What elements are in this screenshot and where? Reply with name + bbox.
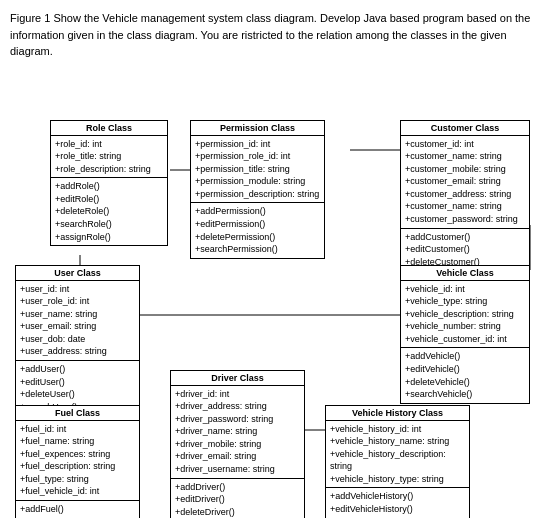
fuel-class-title: Fuel Class [16,406,139,421]
customer-class-box: Customer Class +customer_id: int +custom… [400,120,530,285]
driver-class-attrs: +driver_id: int +driver_address: string … [171,386,304,479]
role-class-attrs: +role_id: int +role_title: string +role_… [51,136,167,179]
customer-class-attrs: +customer_id: int +customer_name: string… [401,136,529,229]
role-class-methods: +addRole() +editRole() +deleteRole() +se… [51,178,167,245]
vehicle-history-class-box: Vehicle History Class +vehicle_history_i… [325,405,470,519]
permission-class-title: Permission Class [191,121,324,136]
permission-class-methods: +addPermission() +editPermission() +dele… [191,203,324,257]
permission-class-box: Permission Class +permission_id: int +pe… [190,120,325,259]
intro-text: Figure 1 Show the Vehicle management sys… [10,10,541,60]
permission-class-attrs: +permission_id: int +permission_role_id:… [191,136,324,204]
vehicle-class-title: Vehicle Class [401,266,529,281]
customer-class-title: Customer Class [401,121,529,136]
role-class-title: Role Class [51,121,167,136]
fuel-class-attrs: +fuel_id: int +fuel_name: string +fuel_e… [16,421,139,502]
vehicle-history-class-attrs: +vehicle_history_id: int +vehicle_histor… [326,421,469,489]
role-class-box: Role Class +role_id: int +role_title: st… [50,120,168,247]
vehicle-history-class-title: Vehicle History Class [326,406,469,421]
fuel-class-box: Fuel Class +fuel_id: int +fuel_name: str… [15,405,140,519]
user-class-box: User Class +user_id: int +user_role_id: … [15,265,140,417]
driver-class-box: Driver Class +driver_id: int +driver_add… [170,370,305,519]
user-class-title: User Class [16,266,139,281]
fuel-class-methods: +addFuel() +editFuel() +deleteFuel() +se… [16,501,139,518]
vehicle-history-class-methods: +addVehicleHistory() +editVehicleHistory… [326,488,469,518]
driver-class-title: Driver Class [171,371,304,386]
driver-class-methods: +addDriver() +editDriver() +deleteDriver… [171,479,304,518]
vehicle-class-box: Vehicle Class +vehicle_id: int +vehicle_… [400,265,530,404]
vehicle-class-attrs: +vehicle_id: int +vehicle_type: string +… [401,281,529,349]
vehicle-class-methods: +addVehicle() +editVehicle() +deleteVehi… [401,348,529,402]
diagram-area: Role Class +role_id: int +role_title: st… [10,70,540,500]
user-class-attrs: +user_id: int +user_role_id: int +user_n… [16,281,139,362]
